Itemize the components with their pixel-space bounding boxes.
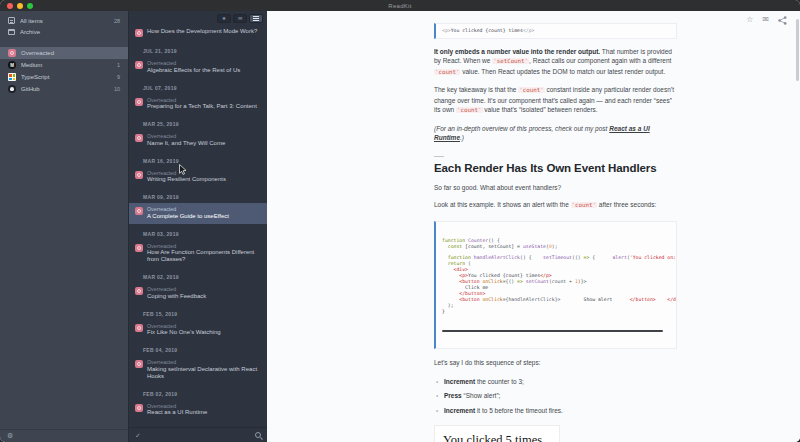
article-list-item[interactable]: Overreacted Name It, and They Will Come [129,130,267,151]
article-title: React as a UI Runtime [147,409,261,416]
sidebar-item-label: All items [20,18,114,24]
archive-icon [8,29,15,35]
demo-headline: You clicked 5 times [443,433,551,442]
window-title: ReadKit [0,3,800,9]
sidebar-item-label: Archive [20,29,120,35]
article-list-item[interactable]: Overreacted React as a UI Runtime [129,400,267,421]
article-list-item[interactable]: Overreacted Writing Resilient Components [129,167,267,188]
article-title: Preparing for a Tech Talk, Part 3: Conte… [147,103,261,110]
date-header: FEB 04, 2019 [143,347,267,353]
article-list-item[interactable]: Overreacted Fix Like No One's Watching [129,320,267,341]
paragraph: Let’s say I do this sequence of steps: [434,358,677,368]
reading-pane: ☆ ✉ <p>You clicked {count} times</p> It … [267,11,800,442]
unread-count: 1 [117,62,120,68]
code-line: } [442,309,670,315]
code-line: <button onClick={handleAlertClick}> Show… [442,297,670,303]
app-window: ReadKit All items 28 Archive Overreacted [0,0,800,442]
sidebar-feed-medium[interactable]: M Medium 1 [0,59,128,71]
feed-label: TypeScript [21,74,117,80]
article-toolbar: ☆ ✉ [746,15,787,25]
article-list-item[interactable]: Overreacted Coping with Feedback [129,283,267,304]
paragraph: Look at this example. It shows an alert … [434,200,677,211]
all-items-icon [8,17,15,24]
article-title: Making setInterval Declarative with Reac… [147,366,261,380]
settings-gear-icon[interactable]: ⚙ [7,432,13,440]
article-list-pane: ★ ✉ How Does the Development Mode Work? [128,11,267,442]
date-header: JUL 07, 2019 [143,85,267,91]
article-title: Fix Like No One's Watching [147,329,261,336]
article-list-item[interactable]: Overreacted Preparing for a Tech Talk, P… [129,94,267,115]
search-icon[interactable] [255,432,261,438]
typescript-favicon-icon [8,73,16,81]
article-list-item[interactable]: How Does the Development Mode Work? [129,25,267,41]
feed-favicon-icon [135,29,143,37]
filter-starred-button[interactable]: ★ [217,14,231,23]
feed-favicon-icon [135,360,143,368]
sidebar-smart-group: All items 28 Archive [0,11,128,37]
date-header: FEB 15, 2019 [143,311,267,317]
article-title: How Are Function Components Different fr… [147,249,261,263]
mail-button[interactable]: ✉ [762,15,769,25]
feed-favicon-icon [135,171,143,179]
feed-label: Medium [21,62,117,68]
unread-count: 10 [114,86,120,92]
article-body: <p>You clicked {count} times</p> It only… [434,23,677,442]
code-horizontal-scrollbar[interactable] [442,330,663,332]
article-list-item[interactable]: Overreacted How Are Function Components … [129,240,267,268]
feed-favicon-icon [135,207,143,215]
sidebar-footer: ⚙ [0,429,128,442]
date-header: JUL 21, 2019 [143,48,267,54]
code-block: function Counter() { const [count, setCo… [434,221,677,349]
article-title: Writing Resilient Components [147,176,261,183]
steps-list: Increment the counter to 3; Press “Show … [436,377,677,415]
paragraph: It only embeds a number value into the r… [434,47,677,78]
content-scrollbar[interactable] [796,19,799,81]
article-title: Algebraic Effects for the Rest of Us [147,67,261,74]
feed-favicon-icon [135,287,143,295]
article-list: How Does the Development Mode Work? JUL … [129,25,267,427]
feed-favicon-icon [135,98,143,106]
titlebar: ReadKit [0,0,800,11]
github-favicon-icon [8,85,16,93]
paragraph: So far so good. What about event handler… [434,183,677,193]
paragraph: (For an in-depth overview of this proces… [434,124,677,143]
unread-count: 9 [117,74,120,80]
mouse-cursor [179,164,187,175]
share-icon[interactable] [778,16,787,25]
mark-all-read-button[interactable]: ✓ [135,432,141,439]
filter-unread-button[interactable]: ✉ [233,14,247,23]
filter-all-button[interactable] [249,14,263,23]
feed-favicon-icon [135,324,143,332]
feed-favicon-icon [135,404,143,412]
inline-code-snippet: <p>You clicked {count} times</p> [434,23,677,39]
feed-favicon-icon [135,134,143,142]
feed-label: Overreacted [21,50,120,56]
article-title: How Does the Development Mode Work? [147,28,261,35]
article-list-item[interactable]: Overreacted A Complete Guide to useEffec… [129,203,267,224]
medium-favicon-icon: M [8,61,16,69]
feed-favicon-icon [135,61,143,69]
article-list-item[interactable]: Overreacted Making setInterval Declarati… [129,356,267,384]
sidebar: All items 28 Archive Overreacted M Mediu… [0,11,128,442]
sidebar-feed-overreacted[interactable]: Overreacted [0,47,128,59]
article-list-item[interactable]: Overreacted Algebraic Effects for the Re… [129,57,267,78]
overreacted-favicon-icon [8,49,16,57]
date-header: MAR 09, 2019 [143,194,267,200]
star-button[interactable]: ☆ [746,15,753,25]
article-title: Name It, and They Will Come [147,140,261,147]
sidebar-feed-typescript[interactable]: TypeScript 9 [0,71,128,83]
date-header: MAR 25, 2019 [143,121,267,127]
sidebar-item-archive[interactable]: Archive [0,26,128,37]
sidebar-item-all-items[interactable]: All items 28 [0,15,128,26]
section-heading: Each Render Has Its Own Event Handlers [434,162,677,174]
feed-favicon-icon [135,244,143,252]
unread-count: 28 [114,18,120,24]
list-icon [253,16,259,21]
list-item: Increment the counter to 3; [436,377,677,386]
feed-label: GitHub [21,86,114,92]
list-footer: ✓ [129,427,267,442]
sidebar-feed-group: Overreacted M Medium 1 TypeScript 9 GitH… [0,47,128,95]
date-header: MAR 03, 2019 [143,231,267,237]
sidebar-feed-github[interactable]: GitHub 10 [0,83,128,95]
list-item: Increment it to 5 before the timeout fir… [436,406,677,415]
